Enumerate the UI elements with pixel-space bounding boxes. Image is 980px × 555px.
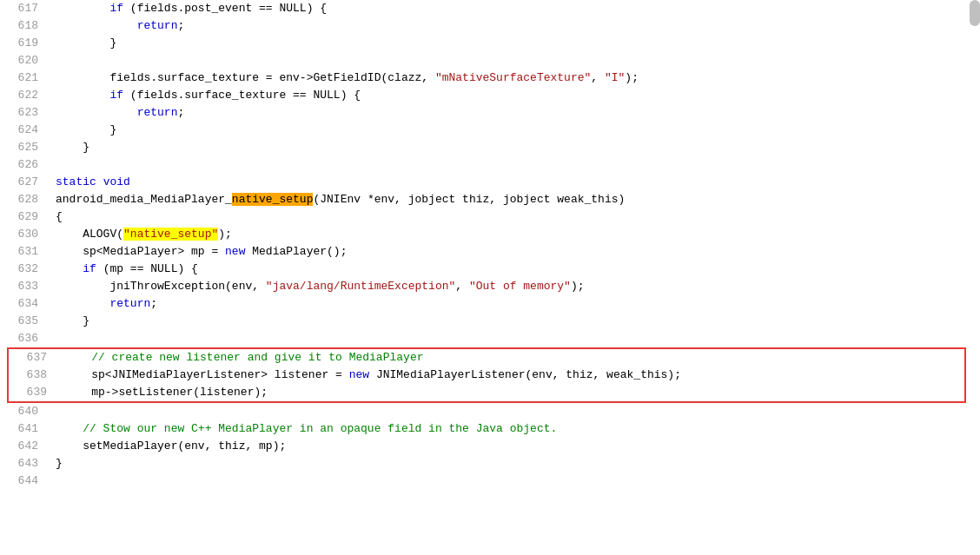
line-number: 633 [0, 278, 52, 295]
line-code: static void [52, 174, 980, 191]
code-line-621: 621 fields.surface_texture = env->GetFie… [0, 69, 980, 87]
code-line-632: 632 if (mp == NULL) { [0, 261, 980, 278]
token-plain: } [83, 314, 89, 327]
line-number: 628 [0, 191, 52, 208]
indent [56, 297, 109, 310]
token-str: "Out of memory" [469, 280, 571, 293]
line-code [52, 156, 980, 174]
line-code [52, 330, 980, 347]
line-code: if (mp == NULL) { [52, 261, 980, 278]
token-kw: static [56, 175, 96, 188]
line-code: jniThrowException(env, "java/lang/Runtim… [52, 278, 980, 295]
code-line-634: 634 return; [0, 295, 980, 313]
line-number: 632 [0, 261, 52, 278]
line-number: 621 [0, 69, 52, 87]
indent [56, 141, 83, 154]
code-line-638: 638 sp<JNIMediaPlayerListener> listener … [9, 367, 964, 384]
token-cm: // create new listener and give it to Me… [91, 351, 423, 364]
indent [56, 19, 137, 32]
line-code: } [52, 139, 980, 156]
token-plain: (mp == NULL) { [96, 262, 198, 275]
line-number: 620 [0, 52, 52, 69]
token-plain: } [109, 36, 116, 50]
token-plain: ; [177, 19, 184, 32]
code-line-626: 626 [0, 156, 980, 174]
token-plain: ); [625, 71, 639, 84]
token-plain: } [56, 457, 63, 470]
line-code [52, 52, 980, 69]
token-kw: return [109, 297, 150, 310]
token-str: "java/lang/RuntimeException" [266, 280, 455, 293]
indent [56, 422, 83, 435]
code-line-631: 631 sp<MediaPlayer> mp = new MediaPlayer… [0, 243, 980, 261]
code-line-619: 619 } [0, 35, 980, 52]
indent [56, 36, 109, 50]
line-code: } [52, 313, 980, 330]
line-number: 641 [0, 420, 52, 438]
line-number: 626 [0, 156, 52, 174]
indent [56, 262, 83, 275]
line-number: 643 [0, 455, 52, 472]
token-kw: new [349, 368, 369, 381]
token-plain: jniThrowException(env, [109, 280, 265, 293]
line-number: 617 [0, 0, 52, 17]
code-area[interactable]: 617 if (fields.post_event == NULL) {618 … [0, 0, 980, 555]
indent [64, 386, 91, 399]
line-number: 622 [0, 87, 52, 104]
line-code: return; [52, 104, 980, 122]
line-code [52, 472, 980, 490]
line-number: 642 [0, 438, 52, 455]
code-line-639: 639 mp->setListener(listener); [9, 384, 964, 401]
indent [56, 106, 137, 119]
line-code: { [52, 208, 980, 226]
line-number: 618 [0, 17, 52, 35]
line-number: 638 [9, 367, 61, 384]
token-str: "I" [605, 71, 625, 84]
token-plain: setMediaPlayer(env, thiz, mp); [83, 439, 286, 453]
token-plain: JNIMediaPlayerListener(env, thiz, weak_t… [369, 368, 681, 381]
token-plain: sp<MediaPlayer> mp = [83, 245, 225, 258]
token-plain: (fields.surface_texture == NULL) { [123, 89, 361, 102]
line-number: 624 [0, 122, 52, 139]
token-plain: ); [571, 280, 585, 293]
token-kw: new [225, 245, 245, 258]
token-kw: if [109, 2, 123, 15]
line-code: } [52, 122, 980, 139]
line-number: 644 [0, 472, 52, 490]
code-line-628: 628android_media_MediaPlayer_native_setu… [0, 191, 980, 208]
token-kw: return [137, 19, 178, 32]
line-code: if (fields.surface_texture == NULL) { [52, 87, 980, 104]
line-number: 634 [0, 295, 52, 313]
code-line-620: 620 [0, 52, 980, 69]
line-code: fields.surface_texture = env->GetFieldID… [52, 69, 980, 87]
token-highlight-orange: native_setup [232, 193, 314, 206]
line-code: ALOGV("native_setup"); [52, 226, 980, 243]
token-plain: sp<JNIMediaPlayerListener> listener = [91, 368, 348, 381]
red-box-section: 637 // create new listener and give it t… [7, 347, 966, 403]
token-plain: ); [218, 228, 232, 241]
code-line-644: 644 [0, 472, 980, 490]
line-number: 636 [0, 330, 52, 347]
code-line-636: 636 [0, 330, 980, 347]
token-kw: return [137, 106, 178, 119]
code-line-625: 625 } [0, 139, 980, 156]
code-viewer: 617 if (fields.post_event == NULL) {618 … [0, 0, 980, 555]
line-code: setMediaPlayer(env, thiz, mp); [52, 438, 980, 455]
lines-container: 617 if (fields.post_event == NULL) {618 … [0, 0, 980, 490]
line-number: 640 [0, 403, 52, 420]
code-line-637: 637 // create new listener and give it t… [9, 349, 964, 367]
token-str-highlight: "native_setup" [123, 228, 218, 241]
code-line-629: 629{ [0, 208, 980, 226]
code-line-622: 622 if (fields.surface_texture == NULL) … [0, 87, 980, 104]
indent [56, 123, 109, 136]
scrollbar[interactable] [970, 0, 980, 26]
token-plain: , [591, 71, 605, 84]
token-plain: android_media_MediaPlayer_ [56, 193, 232, 206]
line-number: 639 [9, 384, 61, 401]
token-plain: { [56, 210, 63, 223]
line-code: return; [52, 295, 980, 313]
token-plain: , [455, 280, 469, 293]
token-kw: if [83, 262, 96, 275]
indent [56, 2, 109, 15]
line-code: return; [52, 17, 980, 35]
